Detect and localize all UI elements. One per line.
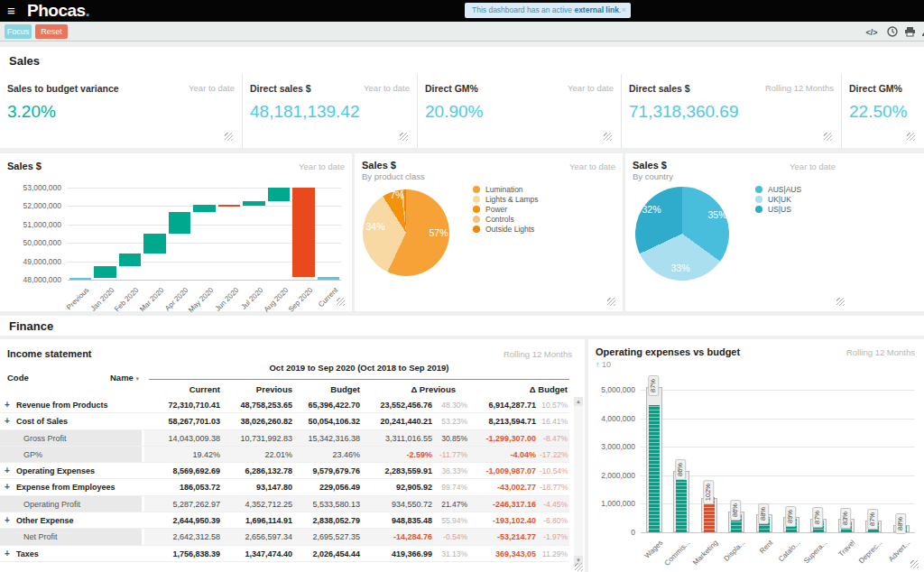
row-expander-icon[interactable]: + (0, 397, 14, 412)
table-row[interactable]: +Expense from Employees186,053.7293,147.… (0, 479, 569, 495)
waterfall-bar-aug-2020[interactable] (268, 188, 291, 201)
column-header-4[interactable]: Δ Previous (364, 384, 469, 394)
waterfall-bar-previous[interactable] (69, 278, 92, 280)
reset-button[interactable]: Reset (35, 24, 68, 39)
user-icon[interactable] (919, 26, 924, 39)
legend-item[interactable]: UK|UK (755, 194, 801, 204)
y-axis-label: 3,000,000 (588, 442, 635, 451)
resize-handle-icon[interactable] (575, 563, 583, 571)
waterfall-bar-jun-2020[interactable] (218, 205, 241, 207)
cell-current: 2,642,312.58 (144, 529, 224, 544)
pie-slice-label: 7% (390, 189, 403, 200)
code-icon[interactable]: </> (864, 26, 879, 39)
table-group-header: Oct 2019 to Sep 2020 (Oct 2018 to Sep 20… (149, 363, 569, 373)
row-expander-icon[interactable]: + (0, 512, 14, 528)
focus-button[interactable]: Focus (5, 24, 32, 39)
legend-item[interactable]: US|US (755, 204, 801, 214)
resize-handle-icon[interactable] (824, 133, 832, 141)
table-row[interactable]: +Revenue from Products72,310,710.4148,75… (0, 397, 569, 413)
legend-item[interactable]: Power (473, 204, 539, 214)
kpi-card[interactable]: Direct GM%Year to date20.90% (417, 74, 621, 148)
waterfall-bar-sep-2020[interactable] (292, 188, 315, 277)
resize-handle-icon[interactable] (400, 133, 408, 141)
income-statement-panel: Income statement Rolling 12 Months Oct 2… (0, 339, 585, 572)
cell-delta-previous-pct: -0.54% (436, 529, 469, 544)
name-column-header[interactable]: Name ▾ (110, 373, 139, 383)
table-row[interactable]: +Taxes1,756,838.391,347,474.402,026,454.… (0, 546, 569, 562)
waterfall-bar-jul-2020[interactable] (243, 201, 265, 206)
waterfall-bar-apr-2020[interactable] (169, 212, 191, 233)
resize-handle-icon[interactable] (907, 133, 915, 141)
table-row[interactable]: Gross Profit14,043,009.3810,731,992.8315… (0, 430, 569, 447)
row-expander-icon[interactable]: + (0, 413, 14, 429)
code-column-header[interactable]: Code (7, 373, 29, 383)
logo-dot: . (86, 1, 90, 20)
pct-label-chip: 88% (895, 513, 906, 534)
waterfall-bar-may-2020[interactable] (193, 205, 216, 212)
printer-icon[interactable] (902, 26, 917, 39)
resize-handle-icon[interactable] (337, 298, 345, 306)
row-name-cell: +Other Expense (0, 512, 144, 528)
table-row[interactable]: GP%19.42%22.01%23.46%-2.59%-11.77%-4.04%… (0, 447, 569, 463)
row-name: Taxes (14, 546, 39, 561)
row-expander-icon[interactable]: + (0, 463, 14, 478)
table-row[interactable]: Net Profit2,642,312.582,656,597.342,695,… (0, 529, 569, 545)
cell-previous: 1,347,474.40 (224, 546, 296, 561)
cell-delta-budget: 8,213,594.71 (469, 413, 540, 429)
cell-delta-budget: -4.04% (469, 447, 540, 462)
opex-actual-bar-wages[interactable] (649, 405, 660, 532)
resize-handle-icon[interactable] (225, 133, 233, 141)
opex-actual-bar-commis[interactable] (676, 480, 687, 532)
resize-handle-icon[interactable] (910, 560, 919, 568)
waterfall-bar-jan-2020[interactable] (94, 266, 116, 279)
x-axis-line (68, 280, 341, 281)
kpi-card[interactable]: Direct GM%22.50% (841, 74, 924, 148)
legend-item[interactable]: Lumination (473, 184, 539, 194)
scroll-up-icon[interactable]: ▲ (574, 397, 583, 406)
resize-handle-icon[interactable] (607, 298, 615, 306)
legend-item[interactable]: Outside Lights (473, 224, 539, 234)
clock-icon[interactable] (885, 26, 900, 39)
name-header-label: Name (110, 373, 134, 383)
x-axis-label: Jan 2020 (89, 286, 116, 313)
close-icon[interactable]: × (622, 3, 626, 18)
cell-delta-budget-pct: 11.29% (540, 546, 569, 561)
kpi-card[interactable]: Sales to budget varianceYear to date3.20… (0, 74, 242, 148)
pie-slice-label: 34% (365, 221, 384, 232)
legend-dot-icon (755, 206, 762, 213)
top-n-value: 10 (602, 360, 611, 369)
x-axis-label: Commis... (663, 539, 692, 567)
table-row[interactable]: +Other Expense2,644,950.391,696,114.912,… (0, 512, 569, 529)
kpi-card[interactable]: Direct sales $Year to date48,181,139.42 (242, 74, 417, 148)
phocas-logo[interactable]: Phocas. (27, 0, 89, 22)
top-n-indicator[interactable]: ↑ 10 (596, 360, 611, 369)
column-header-3[interactable]: Budget (296, 384, 364, 394)
table-row[interactable]: +Operating Expenses8,569,692.696,286,132… (0, 463, 569, 479)
resize-handle-icon[interactable] (836, 298, 845, 306)
waterfall-bar-feb-2020[interactable] (119, 254, 142, 266)
row-name-cell: +Cost of Sales (0, 413, 144, 429)
column-header-2[interactable]: Previous (224, 384, 296, 394)
row-expander-icon[interactable]: + (0, 546, 14, 561)
cell-delta-budget-pct: -4.45% (540, 496, 569, 512)
opex-period: Rolling 12 Months (846, 347, 915, 357)
legend-label: Power (485, 205, 507, 214)
cell-previous: 38,026,260.82 (224, 413, 296, 429)
column-header-5[interactable]: Δ Budget (469, 384, 569, 394)
external-link[interactable]: external link (574, 5, 619, 14)
resize-handle-icon[interactable] (604, 133, 612, 141)
waterfall-bar-mar-2020[interactable] (143, 234, 166, 254)
legend-item[interactable]: Lights & Lamps (473, 194, 539, 204)
pie-slice-label: 35% (707, 209, 726, 220)
waterfall-bar-current[interactable] (318, 277, 340, 280)
table-row[interactable]: Operating Profit5,287,262.974,352,712.25… (0, 496, 569, 512)
legend-item[interactable]: Controls (473, 214, 539, 224)
table-scrollbar[interactable]: ▲ ▼ (574, 397, 583, 565)
legend-item[interactable]: AUS|AUS (755, 184, 801, 194)
kpi-card[interactable]: Direct sales $Rolling 12 Months71,318,36… (621, 74, 841, 148)
table-row[interactable]: +Cost of Sales58,267,701.0338,026,260.82… (0, 413, 569, 429)
column-header-1[interactable]: Current (144, 384, 224, 394)
hamburger-menu-icon[interactable]: ≡ (7, 0, 25, 22)
row-expander-icon[interactable]: + (0, 479, 14, 494)
y-axis-label: 2,000,000 (588, 471, 635, 480)
